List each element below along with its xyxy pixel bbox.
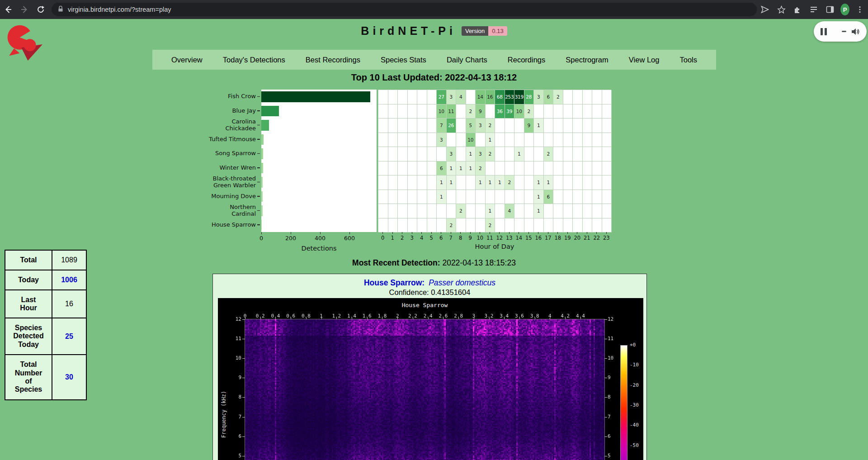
side-panel-icon[interactable] — [823, 3, 837, 16]
heatmap-cell — [563, 147, 573, 161]
heatmap-cell — [417, 175, 427, 190]
stats-value-link[interactable]: 25 — [65, 332, 73, 340]
heatmap-cell — [456, 218, 466, 233]
detection-panel: House Sparrow:Passer domesticus Confiden… — [212, 274, 647, 460]
heatmap-cell: 319 — [514, 90, 524, 104]
heatmap-cell — [388, 90, 398, 104]
heatmap-cell: 2 — [524, 104, 534, 119]
detection-title: House Sparrow:Passer domesticus — [213, 278, 646, 288]
axis-tick — [306, 318, 307, 319]
heatmap-cell: 7 — [437, 119, 447, 133]
heatmap-cell — [514, 161, 524, 176]
axis-tick — [580, 318, 581, 319]
freq-tick-label: 11 — [230, 336, 241, 342]
heatmap-cell — [524, 161, 534, 176]
heatmap-cell — [495, 133, 505, 147]
reload-icon[interactable] — [34, 3, 47, 16]
heatmap-cell — [378, 161, 388, 176]
stats-value-link[interactable]: 30 — [65, 373, 73, 381]
heatmap-cell — [514, 190, 524, 204]
heatmap-cell — [563, 218, 573, 233]
axis-tick-label: 5 — [430, 235, 433, 241]
heatmap-cell — [563, 175, 573, 190]
heatmap-cell — [447, 133, 457, 147]
axis-tick — [490, 232, 490, 234]
heatmap-cell — [427, 161, 437, 176]
profile-avatar[interactable]: P — [840, 4, 849, 15]
axis-tick-label: 14 — [515, 235, 522, 241]
heatmap-cell — [563, 190, 573, 204]
freq-tick-label: 5 — [608, 453, 611, 459]
heatmap-cell: 6 — [437, 161, 447, 176]
heatmap-cell: 5 — [466, 119, 476, 133]
heatmap-cell — [544, 133, 554, 147]
heatmap-cell: 10 — [466, 133, 476, 147]
heatmap-cell: 39 — [505, 104, 515, 119]
heatmap-cell — [408, 104, 418, 119]
heatmap-cell — [505, 190, 515, 204]
heatmap-cell: 1 — [534, 119, 544, 133]
menu-icon[interactable] — [853, 3, 867, 16]
reading-list-icon[interactable] — [807, 3, 821, 16]
heatmap-cell: 9 — [524, 119, 534, 133]
heatmap-cell — [486, 190, 495, 204]
heatmap-cell — [534, 161, 544, 176]
heatmap-cell: 36 — [495, 104, 505, 119]
heatmap-cell — [427, 133, 437, 147]
heatmap-cell — [388, 161, 398, 176]
freq-tick-label: 9 — [230, 375, 241, 381]
url-bar[interactable]: virginia.birdnetpi.com/?stream=play — [52, 3, 757, 16]
heatmap-cell: 2 — [476, 161, 486, 176]
heatmap-cell — [553, 104, 563, 119]
heatmap-cell — [427, 218, 437, 233]
heatmap-cell — [583, 218, 593, 233]
send-icon[interactable] — [758, 3, 772, 16]
recent-value: 2022-04-13 18:15:23 — [442, 258, 516, 267]
axis-tick — [587, 232, 587, 234]
db-tick-label: -10 — [630, 362, 639, 368]
axis-tick-label: 15 — [525, 235, 532, 241]
heatmap-cell — [553, 133, 563, 147]
freq-tick-label: 12 — [608, 316, 613, 322]
species-label: House Sparrow — [156, 218, 256, 232]
axis-tick — [245, 318, 245, 319]
stats-value-link[interactable]: 1006 — [61, 276, 77, 284]
heatmap-cell — [398, 90, 408, 104]
heatmap-cell — [486, 161, 495, 176]
extensions-icon[interactable] — [791, 3, 804, 16]
heatmap-cell — [514, 133, 524, 147]
heatmap-cell — [495, 218, 505, 233]
colorbar — [620, 345, 627, 460]
axis-tick — [382, 232, 383, 234]
stats-label: Today — [5, 270, 52, 290]
heatmap-cell — [544, 204, 554, 218]
heatmap-cell — [466, 175, 476, 190]
heatmap-cell — [447, 190, 457, 204]
axis-tick — [519, 318, 520, 319]
heatmap-cell — [534, 218, 544, 233]
heatmap-cell: 2 — [505, 175, 515, 190]
heatmap-cell — [427, 104, 437, 119]
bar — [261, 120, 269, 131]
forward-icon[interactable] — [18, 3, 31, 16]
heatmap-cell — [378, 133, 388, 147]
axis-tick — [499, 232, 500, 234]
heatmap-cell — [398, 190, 408, 204]
heatmap-cell — [583, 133, 593, 147]
heatmap-cell — [514, 204, 524, 218]
bar — [261, 134, 264, 145]
heatmap-cell — [388, 147, 398, 161]
heatmap-cell — [417, 204, 427, 218]
heatmap-area: 2734141668253319283621011293639102726532… — [378, 90, 611, 232]
back-icon[interactable] — [1, 3, 15, 16]
heatmap-cell — [563, 104, 573, 119]
bookmark-star-icon[interactable] — [774, 3, 788, 16]
heatmap-cell — [583, 90, 593, 104]
heatmap-cell: 6 — [544, 90, 554, 104]
stats-value: 30 — [52, 355, 86, 400]
axis-tick — [565, 318, 566, 319]
heatmap-cell — [388, 218, 398, 233]
heatmap-cell — [514, 218, 524, 233]
stats-row: Species Detected Today25 — [5, 318, 86, 355]
axis-tick — [550, 318, 550, 319]
